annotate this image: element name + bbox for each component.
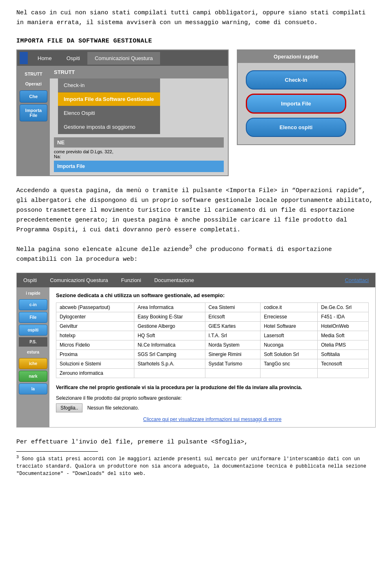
table-cell: hotelxp — [56, 331, 134, 340]
contattaci-link[interactable]: Contattaci — [338, 275, 375, 286]
sfoglia-button[interactable]: Sfoglia.. — [56, 403, 82, 412]
importa-rapid-btn[interactable]: Importa File — [246, 94, 346, 114]
sw-btn-cin[interactable]: c-in — [19, 299, 47, 310]
screenshots-row: Home Ospiti Comunicazioni Questura STRUT… — [16, 49, 376, 176]
sw-label-rapide: i rapide — [17, 289, 49, 298]
table-cell: Sinergie Rimini — [205, 350, 261, 359]
table-cell: Cea Sistemi — [205, 303, 261, 312]
table-cell: Soluzioni e Sistemi — [56, 359, 134, 369]
sw-file-row: Sfoglia.. Nessun file selezionato. — [56, 403, 369, 412]
table-cell: Nuconga — [261, 340, 318, 350]
sw-btn-iche[interactable]: iche — [19, 358, 47, 369]
nav-item-ospiti[interactable]: Ospiti — [59, 52, 87, 65]
footnote-separator — [16, 451, 98, 452]
error-info-link[interactable]: Cliccare qui per visualizzare informazio… — [56, 416, 369, 422]
table-row: abcweb (Passepartout) Area Informatica C… — [56, 303, 369, 312]
importa-file-bar[interactable]: Importa File — [54, 161, 224, 172]
table-cell: TangGo snc — [261, 359, 318, 369]
content-text: come previsto dal D.Lgs. 322,Na: — [54, 149, 224, 159]
sw-nav-ospiti[interactable]: Ospiti — [17, 275, 43, 286]
sw-nav-documentazione[interactable]: Documentazione — [148, 275, 201, 286]
ne-label: NE — [54, 137, 224, 148]
checkin-rapid-btn[interactable]: Check-in — [246, 70, 346, 90]
sw-btn-la[interactable]: la — [19, 383, 47, 394]
software-word: software — [182, 197, 211, 204]
checkin-menu-item[interactable]: Check-in — [58, 78, 160, 92]
table-cell: F451 - IDA — [318, 312, 369, 322]
table-row: Soluzioni e Sistemi Starhotels S.p.A. Sy… — [56, 359, 369, 369]
elenco-rapid-btn[interactable]: Elenco ospiti — [246, 118, 346, 137]
table-row: Micros Fidelio Ni.Ce Informatica Norda S… — [56, 340, 369, 350]
importa-sidebar-btn[interactable]: Importa File — [20, 104, 47, 121]
bottom-text: Per effettuare l'invio del file, premere… — [16, 437, 376, 447]
table-cell: SGS Srl Camping — [134, 350, 205, 359]
sw-nav-funzioni[interactable]: Funzioni — [115, 275, 148, 286]
table-cell: Area Informatica — [134, 303, 205, 312]
table-cell — [318, 369, 369, 378]
elenco-menu-item[interactable]: Elenco Ospiti — [58, 106, 160, 120]
table-cell: Erreciesse — [261, 312, 318, 322]
left-sidebar: STRUTT Operazi Che Importa File — [17, 66, 50, 175]
nav-logo — [20, 52, 28, 64]
table-cell: abcweb (Passepartout) — [56, 303, 134, 312]
nav-item-comunicazioni[interactable]: Comunicazioni Questura — [87, 52, 160, 65]
table-cell: HotelOnWeb — [318, 322, 369, 331]
table-cell: Lasersoft — [261, 331, 318, 340]
sw-section-title: Sezione dedicata a chi utilizza un softw… — [56, 292, 369, 298]
table-cell — [205, 369, 261, 378]
dropdown-menu: Check-in Importa File da Software Gestio… — [58, 78, 160, 134]
table-cell: Softitalia — [318, 350, 369, 359]
table-cell: Gestione Albergo — [134, 322, 205, 331]
table-cell: Sysdat Turismo — [205, 359, 261, 369]
table-cell: GIES Kartes — [205, 322, 261, 331]
table-cell: Hotel Software — [261, 322, 318, 331]
table-row: Proxima SGS Srl Camping Sinergie Rimini … — [56, 350, 369, 359]
footnote-content: Sono già stati presi accordi con le magg… — [16, 456, 366, 477]
sw-file-label: Selezionare il file prodotto dal proprio… — [56, 395, 369, 401]
sw-btn-file[interactable]: File — [19, 312, 47, 323]
screenshot-body-left: STRUTT Operazi Che Importa File STRUTT C… — [17, 66, 228, 175]
table-row: hotelxp HQ Soft I.T.A. Srl Lasersoft Med… — [56, 331, 369, 340]
table-cell: Zerouno informatica — [56, 369, 134, 378]
strutt-label: STRUTT — [17, 69, 50, 79]
table-cell: Ericsoft — [205, 312, 261, 322]
table-cell: I.T.A. Srl — [205, 331, 261, 340]
sw-note: Verificare che nel proprio gestionale vi… — [56, 384, 369, 391]
importa-menu-item[interactable]: Importa File da Software Gestionale — [58, 92, 160, 106]
sw-label-estura: estura — [17, 348, 49, 356]
checkin-sidebar-btn[interactable]: Che — [20, 90, 47, 103]
sw-nav-comunicazioni[interactable]: Comunicazioni Questura — [43, 275, 114, 286]
table-cell: Ni.Ce Informatica — [134, 340, 205, 350]
sw-nav: Ospiti Comunicazioni Questura Funzioni D… — [17, 273, 375, 287]
table-row: Dylogcenter Easy Booking E-Star Ericsoft… — [56, 312, 369, 322]
nav-bar-left: Home Ospiti Comunicazioni Questura — [17, 50, 228, 66]
table-cell: De.Ge.Co. Srl — [318, 303, 369, 312]
section-title: IMPORTA FILE DA SOFTWARE GESTIONALE — [16, 38, 376, 45]
body-paragraph: Accedendo a questa pagina, da menù o tra… — [16, 186, 376, 235]
strutt-bar: STRUTT — [50, 66, 228, 78]
intro-paragraph: Nel caso in cui non siano stati compilat… — [16, 8, 376, 28]
sw-btn-ospiti[interactable]: ospiti — [19, 325, 47, 336]
table-cell: Tecnosoft — [318, 359, 369, 369]
gestione-menu-item[interactable]: Gestione imposta di soggiorno — [58, 120, 160, 134]
table-cell: Dylogcenter — [56, 312, 134, 322]
table-cell: Easy Booking E-Star — [134, 312, 205, 322]
table-cell: HQ Soft — [134, 331, 205, 340]
table-cell: Norda System — [205, 340, 261, 350]
table-cell — [261, 369, 318, 378]
software-table: abcweb (Passepartout) Area Informatica C… — [56, 302, 369, 378]
main-content-area: STRUTT Check-in Importa File da Software… — [50, 66, 228, 175]
sw-body: i rapide c-in File ospiti P.S. estura ic… — [17, 287, 375, 427]
table-cell: Media Soft — [318, 331, 369, 340]
screenshot-right: Operazioni rapide Check-in Importa File … — [237, 49, 355, 145]
table-cell: Micros Fidelio — [56, 340, 134, 350]
table-cell: Soft Solution Srl — [261, 350, 318, 359]
table-cell: codice.it — [261, 303, 318, 312]
sw-btn-nark[interactable]: nark — [19, 371, 47, 382]
operazioni-label: Operazi — [17, 79, 50, 89]
nav-item-home[interactable]: Home — [30, 52, 59, 65]
footnote-text: 3 Sono già stati presi accordi con le ma… — [16, 454, 376, 477]
table-cell: Otelia PMS — [318, 340, 369, 350]
sw-main: Sezione dedicata a chi utilizza un softw… — [49, 287, 375, 427]
table-cell: Geiviltur — [56, 322, 134, 331]
